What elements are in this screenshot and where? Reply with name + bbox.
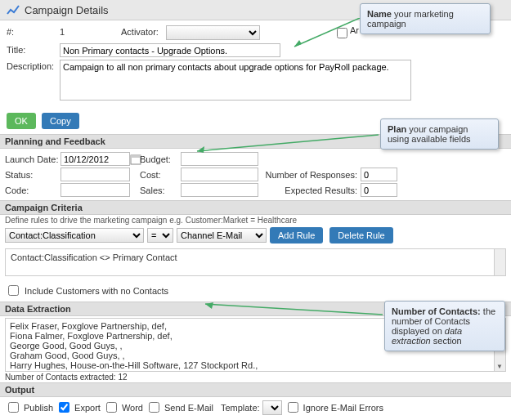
title-label: Title: <box>7 43 60 55</box>
criteria-rule-text: Contact:Classification <> Primary Contac… <box>11 252 177 262</box>
sales-input[interactable] <box>181 183 258 197</box>
status-label: Status: <box>5 170 61 180</box>
add-rule-button[interactable]: Add Rule <box>270 227 323 244</box>
criteria-rule-display: Contact:Classification <> Primary Contac… <box>5 248 506 276</box>
template-label: Template: <box>221 403 260 413</box>
budget-label: Budget: <box>140 154 181 164</box>
ar-checkbox[interactable] <box>337 28 347 38</box>
criteria-field-select[interactable]: Contact:Classification <box>5 228 144 243</box>
description-label: Description: <box>7 60 60 71</box>
export-label: Export <box>74 403 101 413</box>
ok-button[interactable]: OK <box>7 113 36 129</box>
criteria-row: Contact:Classification = Channel E-Mail … <box>0 226 511 245</box>
budget-input[interactable] <box>181 152 258 166</box>
include-no-contacts-label: Include Customers with no Contacts <box>25 286 168 296</box>
extraction-count: Number of Contacts extracted: 12 <box>0 372 511 382</box>
expected-input[interactable] <box>361 183 397 197</box>
copy-button[interactable]: Copy <box>42 113 79 129</box>
launch-date-input[interactable] <box>61 152 130 166</box>
export-checkbox[interactable] <box>59 402 69 413</box>
delete-rule-button[interactable]: Delete Rule <box>329 227 392 244</box>
ignore-errors-checkbox[interactable] <box>288 402 298 413</box>
responses-input[interactable] <box>361 168 397 181</box>
planning-body: Launch Date: Budget: Status: Cost: Numbe… <box>0 149 511 200</box>
criteria-hint: Define rules to drive the marketing camp… <box>0 215 511 226</box>
page-title: Campaign Details <box>25 4 109 16</box>
output-body: Publish Export Word Send E-Mail Template… <box>0 397 511 418</box>
criteria-header: Campaign Criteria <box>0 200 511 215</box>
launch-date-label: Launch Date: <box>5 154 61 164</box>
publish-checkbox[interactable] <box>8 402 19 413</box>
chart-line-icon <box>7 3 20 16</box>
send-email-checkbox[interactable] <box>149 402 159 413</box>
callout-contacts: Number of Contacts: the number of Contac… <box>384 301 505 351</box>
code-label: Code: <box>5 185 61 195</box>
chevron-down-icon[interactable]: ▼ <box>496 363 503 370</box>
status-input[interactable] <box>61 168 130 181</box>
activator-label: Activator: <box>121 25 166 37</box>
activator-select[interactable] <box>166 25 260 40</box>
ignore-errors-label: Ignore E-Mail Errors <box>303 403 383 413</box>
list-item: Graham Good, Good Guys, , <box>10 351 501 360</box>
cost-label: Cost: <box>140 170 181 180</box>
title-input[interactable] <box>60 43 280 57</box>
template-select[interactable] <box>262 400 282 415</box>
description-textarea[interactable]: Campaign to all non primary contacts abo… <box>60 60 411 101</box>
responses-label: Number of Responses: <box>258 170 361 180</box>
criteria-op-select[interactable]: = <box>147 228 173 243</box>
code-input[interactable] <box>61 183 130 197</box>
scrollbar[interactable] <box>494 249 505 275</box>
publish-label: Publish <box>24 403 53 413</box>
callout-plan: Plan your campaign using available field… <box>380 118 499 150</box>
word-checkbox[interactable] <box>106 402 117 413</box>
expected-label: Expected Results: <box>258 185 361 195</box>
send-email-label: Send E-Mail <box>164 403 213 413</box>
callout-name: Name your marketing campaign <box>360 3 491 34</box>
sales-label: Sales: <box>140 185 181 195</box>
cost-input[interactable] <box>181 168 258 181</box>
ar-label: Ar <box>350 25 359 35</box>
list-item: Harry Hughes, House-on-the-Hill Software… <box>10 360 501 370</box>
num-label: #: <box>7 25 60 37</box>
output-header: Output <box>0 382 511 397</box>
criteria-channel-select[interactable]: Channel E-Mail <box>177 228 267 243</box>
num-value: 1 <box>60 25 121 37</box>
word-label: Word <box>122 403 143 413</box>
include-no-contacts-checkbox[interactable] <box>8 285 19 296</box>
